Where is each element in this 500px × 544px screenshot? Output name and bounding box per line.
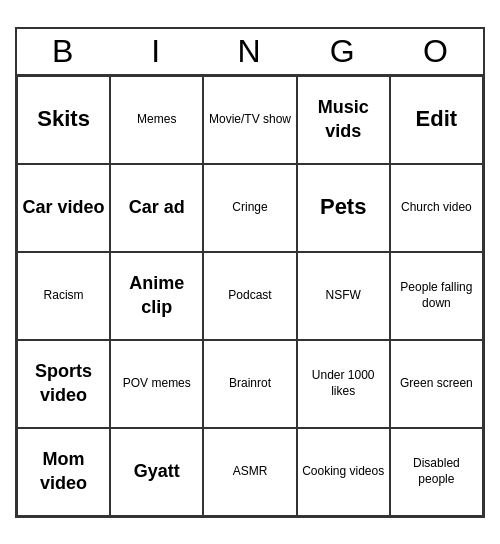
bingo-cell-21[interactable]: Gyatt (110, 428, 203, 516)
bingo-cell-19[interactable]: Green screen (390, 340, 483, 428)
bingo-cell-17[interactable]: Brainrot (203, 340, 296, 428)
header-letter-i: I (110, 29, 203, 74)
bingo-cell-14[interactable]: People falling down (390, 252, 483, 340)
header-letter-n: N (203, 29, 296, 74)
bingo-cell-3[interactable]: Music vids (297, 76, 390, 164)
bingo-card: BINGO SkitsMemesMovie/TV showMusic vidsE… (15, 27, 485, 518)
bingo-cell-6[interactable]: Car ad (110, 164, 203, 252)
bingo-cell-4[interactable]: Edit (390, 76, 483, 164)
bingo-cell-24[interactable]: Disabled people (390, 428, 483, 516)
bingo-cell-22[interactable]: ASMR (203, 428, 296, 516)
bingo-cell-13[interactable]: NSFW (297, 252, 390, 340)
header-letter-g: G (297, 29, 390, 74)
bingo-cell-5[interactable]: Car video (17, 164, 110, 252)
bingo-cell-0[interactable]: Skits (17, 76, 110, 164)
bingo-cell-23[interactable]: Cooking videos (297, 428, 390, 516)
bingo-cell-15[interactable]: Sports video (17, 340, 110, 428)
bingo-cell-1[interactable]: Memes (110, 76, 203, 164)
bingo-cell-8[interactable]: Pets (297, 164, 390, 252)
header-letter-b: B (17, 29, 110, 74)
bingo-cell-2[interactable]: Movie/TV show (203, 76, 296, 164)
header-letter-o: O (390, 29, 483, 74)
bingo-header: BINGO (17, 29, 483, 74)
bingo-cell-18[interactable]: Under 1000 likes (297, 340, 390, 428)
bingo-cell-16[interactable]: POV memes (110, 340, 203, 428)
bingo-cell-10[interactable]: Racism (17, 252, 110, 340)
bingo-cell-20[interactable]: Mom video (17, 428, 110, 516)
bingo-cell-11[interactable]: Anime clip (110, 252, 203, 340)
bingo-cell-9[interactable]: Church video (390, 164, 483, 252)
bingo-grid: SkitsMemesMovie/TV showMusic vidsEditCar… (17, 74, 483, 516)
bingo-cell-12[interactable]: Podcast (203, 252, 296, 340)
bingo-cell-7[interactable]: Cringe (203, 164, 296, 252)
